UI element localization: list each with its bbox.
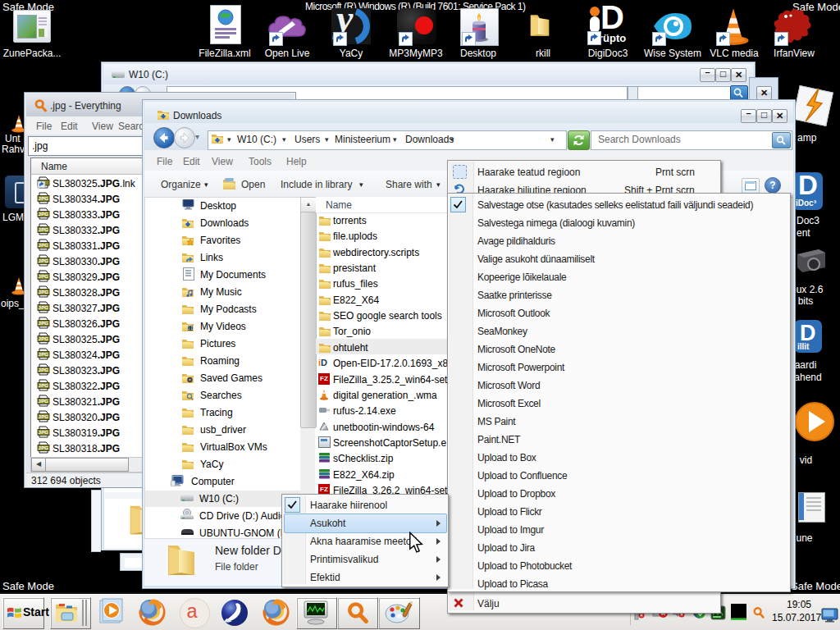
svg-text:JPG: JPG	[39, 398, 49, 404]
svg-text:JPG: JPG	[39, 242, 49, 248]
svg-text:JPG: JPG	[39, 429, 49, 435]
svg-text:JPG: JPG	[39, 289, 49, 294]
svg-text:JPG: JPG	[39, 413, 49, 419]
svg-text:JPG: JPG	[39, 367, 49, 372]
svg-text:JPG: JPG	[39, 320, 49, 326]
svg-text:JPG: JPG	[39, 351, 49, 357]
svg-text:JPG: JPG	[39, 211, 49, 217]
svg-text:JPG: JPG	[39, 226, 49, 232]
svg-text:JPG: JPG	[39, 304, 49, 310]
svg-text:JPG: JPG	[39, 195, 49, 201]
svg-text:JPG: JPG	[39, 382, 49, 388]
svg-text:JPG: JPG	[39, 445, 49, 450]
svg-text:JPG: JPG	[39, 336, 49, 341]
svg-text:JPG: JPG	[39, 258, 49, 263]
svg-text:JPG: JPG	[39, 273, 49, 279]
